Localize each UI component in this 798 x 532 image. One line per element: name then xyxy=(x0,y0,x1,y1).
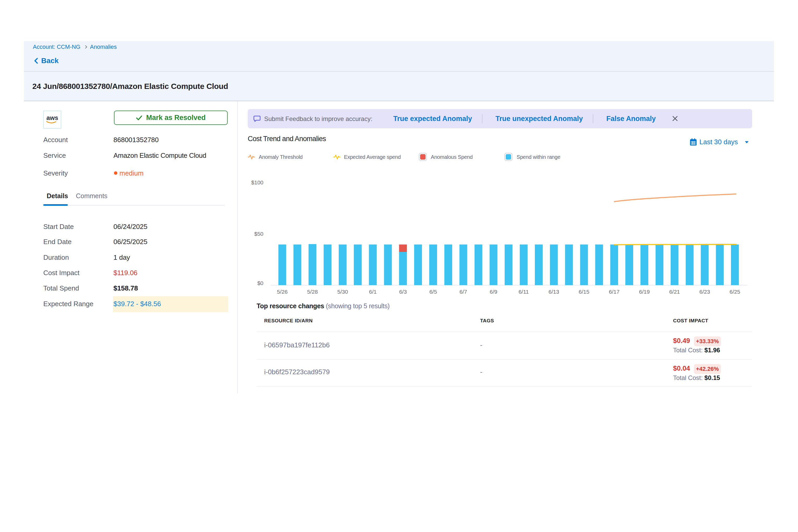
svg-text:6/21: 6/21 xyxy=(669,289,680,295)
svg-text:5/26: 5/26 xyxy=(277,289,288,295)
svg-text:6/17: 6/17 xyxy=(609,289,620,295)
svg-text:6/19: 6/19 xyxy=(639,289,650,295)
svg-text:6/15: 6/15 xyxy=(579,289,589,295)
svg-text:$100: $100 xyxy=(251,179,263,185)
svg-text:$0: $0 xyxy=(258,280,263,286)
svg-text:6/23: 6/23 xyxy=(699,289,710,295)
svg-text:aws: aws xyxy=(46,114,58,121)
svg-text:6/9: 6/9 xyxy=(490,289,497,295)
svg-text:6/5: 6/5 xyxy=(429,289,437,295)
svg-text:6/13: 6/13 xyxy=(548,289,559,295)
svg-text:$50: $50 xyxy=(254,231,263,237)
svg-text:6/11: 6/11 xyxy=(518,289,529,295)
svg-text:5/28: 5/28 xyxy=(307,289,318,295)
svg-text:6/3: 6/3 xyxy=(399,289,407,295)
svg-text:6/7: 6/7 xyxy=(459,289,467,295)
svg-text:6/25: 6/25 xyxy=(730,289,740,295)
svg-text:5/30: 5/30 xyxy=(337,289,348,295)
svg-text:6/1: 6/1 xyxy=(369,289,377,295)
